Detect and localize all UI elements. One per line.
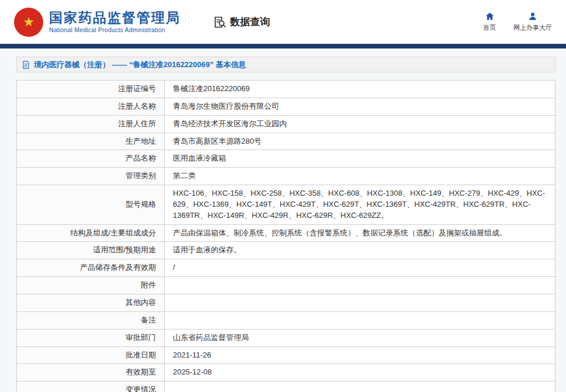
row-value [165,277,555,294]
row-value: 2025-12-08 [165,364,555,381]
row-label: 适用范围/预期用途 [17,242,165,259]
row-value: 青岛市高新区丰源路280号 [165,133,555,150]
row-value: 2021-11-26 [165,346,555,364]
table-row: 适用范围/预期用途适用于血液的保存。 [17,242,555,259]
nav-service-hall-label: 网上办事大厅 [513,23,552,32]
row-value: 第二类 [165,168,555,185]
brand-text: 国家药品监督管理局 National Medical Products Admi… [49,11,180,33]
row-value [165,311,555,329]
row-value [165,294,555,311]
header-nav: 首页 网上办事大厅 [483,12,552,32]
table-row: 其他内容 [17,294,555,311]
table-row: 注册人住所青岛经济技术开发区海尔工业园内 [17,115,555,133]
main-content: 境内医疗器械（注册） —— “鲁械注准20162220069” 基本信息 注册证… [0,48,566,392]
table-row: 有效期至2025-12-08 [17,364,555,381]
row-label: 备注 [17,311,165,329]
row-label: 注册证编号 [17,81,165,98]
row-label: 型号规格 [17,185,165,225]
row-value: 医用血液冷藏箱 [165,150,555,168]
org-name-en: National Medical Products Administration [49,26,180,33]
row-label: 产品名称 [17,150,165,168]
row-value: 山东省药品监督管理局 [165,329,555,346]
home-icon [485,12,495,21]
nmpa-logo: ★ 国家药品监督管理局 National Medical Products Ad… [14,8,180,37]
row-label: 有效期至 [17,364,165,381]
row-value [165,381,555,392]
row-label: 注册人住所 [17,115,165,133]
document-icon [22,61,30,69]
data-query-tab[interactable]: 数据查询 [213,15,270,29]
page-header: ★ 国家药品监督管理局 National Medical Products Ad… [0,0,566,44]
row-value: 适用于血液的保存。 [165,242,555,259]
table-row: 管理类别第二类 [17,168,555,185]
page-title: 境内医疗器械（注册） —— “鲁械注准20162220069” 基本信息 [34,60,246,70]
row-label: 附件 [17,277,165,294]
row-value: / [165,259,555,277]
nav-home-label: 首页 [483,23,496,32]
table-row: 审批部门山东省药品监督管理局 [17,329,555,346]
table-row: 型号规格HXC-106、HXC-158、HXC-258、HXC-358、HXC-… [17,185,555,225]
row-value: HXC-106、HXC-158、HXC-258、HXC-358、HXC-608、… [165,185,555,225]
page-title-bar: 境内医疗器械（注册） —— “鲁械注准20162220069” 基本信息 [16,57,555,72]
row-label: 批准日期 [17,346,165,364]
row-label: 产品储存条件及有效期 [17,259,165,277]
header-divider-bar [0,44,566,48]
org-name-zh: 国家药品监督管理局 [49,11,180,25]
table-row: 生产地址青岛市高新区丰源路280号 [17,133,555,150]
table-row: 注册人名称青岛海尔生物医疗股份有限公司 [17,98,555,115]
row-label: 生产地址 [17,133,165,150]
row-label: 注册人名称 [17,98,165,115]
nav-home[interactable]: 首页 [483,12,496,32]
row-label: 审批部门 [17,329,165,346]
table-row: 批准日期2021-11-26 [17,346,555,364]
table-row: 产品储存条件及有效期/ [17,259,555,277]
table-row: 附件 [17,277,555,294]
doc-search-icon [213,15,227,29]
national-emblem-icon: ★ [14,8,43,37]
row-value: 鲁械注准20162220069 [165,81,555,98]
table-row: 结构及组成/主要组成成分产品由保温箱体、制冷系统、控制系统（含报警系统）、数据记… [17,224,555,242]
table-row: 注册证编号鲁械注准20162220069 [17,81,555,98]
info-table-body: 注册证编号鲁械注准20162220069注册人名称青岛海尔生物医疗股份有限公司注… [17,81,555,392]
info-table: 注册证编号鲁械注准20162220069注册人名称青岛海尔生物医疗股份有限公司注… [16,80,555,392]
table-row: 备注 [17,311,555,329]
table-row: 产品名称医用血液冷藏箱 [17,150,555,168]
user-icon [528,12,537,21]
table-row: 变更情况 [17,381,555,392]
row-value: 产品由保温箱体、制冷系统、控制系统（含报警系统）、数据记录系统（选配）及搁架或抽… [165,224,555,242]
row-label: 其他内容 [17,294,165,311]
data-query-label: 数据查询 [230,15,270,29]
nav-service-hall[interactable]: 网上办事大厅 [513,12,552,32]
row-value: 青岛经济技术开发区海尔工业园内 [165,115,555,133]
row-label: 变更情况 [17,381,165,392]
row-label: 管理类别 [17,168,165,185]
row-label: 结构及组成/主要组成成分 [17,224,165,242]
row-value: 青岛海尔生物医疗股份有限公司 [165,98,555,115]
